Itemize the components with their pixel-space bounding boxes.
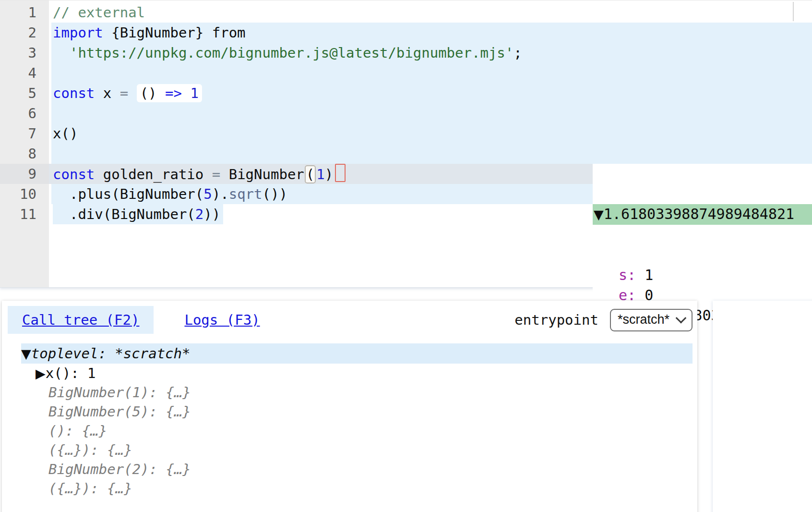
tab-call-tree-f2[interactable]: Call tree (F2) <box>8 306 154 334</box>
code-line[interactable]: 3 'https://unpkg.com/bignumber.js@latest… <box>0 43 812 63</box>
code-line[interactable]: 2import {BigNumber} from <box>0 23 812 43</box>
line-number: 2 <box>0 23 49 43</box>
code-line[interactable]: 6 <box>0 103 812 123</box>
entrypoint-selected-value: *scratch* <box>618 312 669 327</box>
prop-key: s: <box>619 267 636 283</box>
line-number: 11 <box>0 204 49 224</box>
call-tree-row[interactable]: ({…}): {…} <box>2 440 697 460</box>
line-number: 3 <box>0 43 49 63</box>
call-tree-row-label: toplevel: *scratch* <box>31 345 191 362</box>
text-cursor <box>335 164 346 182</box>
line-number: 8 <box>0 144 49 164</box>
call-tree-row-label: BigNumber(2): {…} <box>48 461 191 477</box>
code-line[interactable]: 5const x = () => 1 <box>0 83 812 103</box>
collapse-triangle-icon[interactable]: ▼ <box>21 346 31 361</box>
call-tree-row[interactable]: BigNumber(5): {…} <box>2 402 697 421</box>
call-tree-row[interactable]: BigNumber(1): {…} <box>2 383 697 402</box>
code-editor[interactable]: 1// external2import {BigNumber} from3 'h… <box>0 0 812 288</box>
expand-triangle-icon[interactable]: ▶ <box>36 366 46 381</box>
line-number: 9 <box>0 164 49 184</box>
details-panel <box>713 301 812 512</box>
call-tree-row[interactable]: ▼toplevel: *scratch* <box>21 343 693 364</box>
line-number: 5 <box>0 83 49 103</box>
call-tree-row[interactable]: ▶x(): 1 <box>2 364 697 383</box>
code-line[interactable]: 1// external <box>0 2 812 23</box>
vertical-scrollbar-thumb[interactable] <box>793 2 794 21</box>
code-line[interactable]: 8 <box>0 144 812 164</box>
call-tree-row[interactable]: BigNumber(2): {…} <box>2 460 697 479</box>
chevron-down-icon <box>676 313 687 324</box>
collapse-triangle-icon[interactable]: ▼ <box>594 207 604 222</box>
call-tree-row[interactable]: (): {…} <box>2 421 697 440</box>
call-tree-row-label: (): {…} <box>48 423 107 439</box>
call-tree-panel: Call tree (F2)Logs (F3) entrypoint *scra… <box>2 301 697 512</box>
entrypoint-control: entrypoint *scratch* <box>514 309 693 331</box>
call-tree-row-label: x(): 1 <box>46 365 96 381</box>
bracket-match-box: ( <box>305 165 316 183</box>
entrypoint-label: entrypoint <box>514 312 598 328</box>
call-tree: ▼toplevel: *scratch*▶x(): 1BigNumber(1):… <box>2 343 697 498</box>
code-line[interactable]: 4 <box>0 63 812 83</box>
call-tree-row-label: BigNumber(5): {…} <box>48 403 191 420</box>
result-value: 1.61803398874989484821 <box>604 206 794 222</box>
code-line[interactable]: 7x() <box>0 123 812 144</box>
result-prop-row: s: 1 <box>593 265 812 285</box>
call-tree-row[interactable]: ({…}): {…} <box>2 479 697 498</box>
entrypoint-select[interactable]: *scratch* <box>610 309 693 331</box>
line-number: 4 <box>0 63 49 83</box>
prop-value: 1 <box>636 267 653 283</box>
tabs-row: Call tree (F2)Logs (F3) entrypoint *scra… <box>2 301 697 334</box>
line-number: 10 <box>0 184 49 204</box>
call-tree-row-label: ({…}): {…} <box>48 442 132 458</box>
result-value-row[interactable]: ▼1.61803398874989484821 <box>593 204 812 225</box>
line-number: 7 <box>0 123 49 144</box>
line-number: 1 <box>0 2 49 23</box>
line-number: 6 <box>0 103 49 123</box>
inline-function-value-box: () => 1 <box>137 84 202 102</box>
call-tree-row-label: ({…}): {…} <box>48 480 132 497</box>
call-tree-row-label: BigNumber(1): {…} <box>48 384 191 401</box>
tab-logs-f3[interactable]: Logs (F3) <box>170 306 274 334</box>
